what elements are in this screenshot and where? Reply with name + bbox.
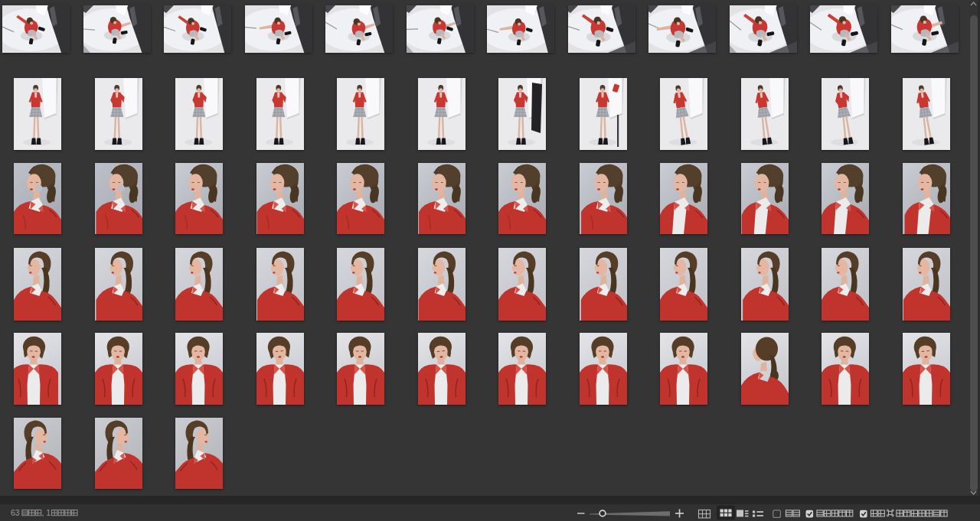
svg-text:63: 63	[11, 508, 20, 517]
svg-text:, 1: , 1	[42, 508, 51, 517]
